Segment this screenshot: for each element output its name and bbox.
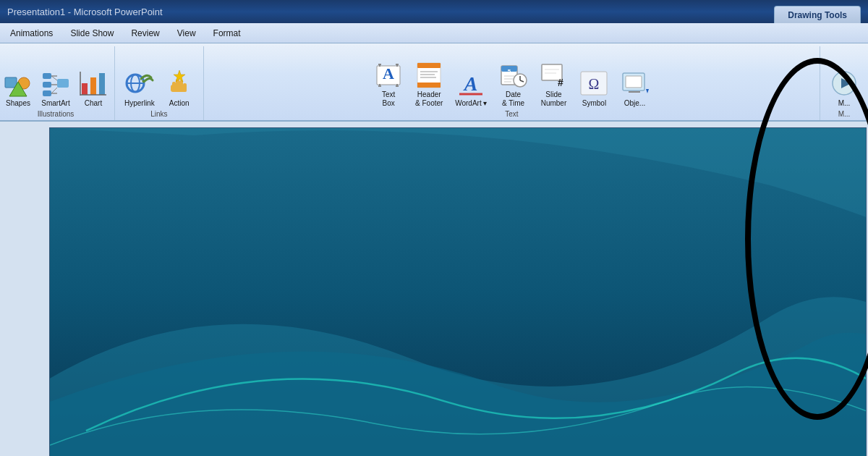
media-group: M... M... — [820, 46, 868, 120]
smartart-label: SmartArt — [41, 99, 69, 108]
media-label: M... — [838, 99, 851, 108]
symbol-button[interactable]: Ω Symbol — [576, 67, 612, 110]
svg-rect-25 — [171, 85, 187, 92]
media-group-label: M... — [838, 110, 851, 120]
svg-rect-39 — [417, 83, 441, 88]
object-label: Obje... — [624, 99, 645, 108]
svg-line-20 — [142, 80, 144, 82]
menu-bar: Animations Slide Show Review View Format — [0, 23, 868, 43]
hyperlink-button[interactable]: Hyperlink — [121, 67, 158, 110]
object-button[interactable]: Obje... — [616, 67, 652, 110]
symbol-label: Symbol — [582, 99, 606, 108]
datetime-button[interactable]: 5 Date& Time — [495, 58, 531, 110]
menu-view[interactable]: View — [169, 23, 205, 43]
svg-marker-26 — [174, 70, 185, 82]
svg-rect-9 — [57, 79, 69, 88]
wordart-label: WordArt ▾ — [455, 99, 487, 108]
svg-text:A: A — [463, 72, 478, 95]
drawing-tools-tab[interactable]: Drawing Tools — [774, 6, 861, 23]
svg-rect-38 — [417, 63, 441, 68]
wordart-button[interactable]: A WordArt ▾ — [451, 67, 490, 110]
svg-rect-13 — [90, 77, 96, 95]
textbox-button[interactable]: A TextBox — [370, 58, 407, 110]
shapes-label: Shapes — [6, 99, 30, 108]
svg-text:A: A — [383, 64, 394, 83]
svg-rect-12 — [82, 83, 88, 95]
media-button[interactable]: M... — [826, 67, 862, 110]
text-group: A TextBox — [204, 46, 820, 120]
slide-canvas — [49, 127, 867, 456]
datetime-label: Date& Time — [502, 90, 524, 108]
svg-text:Ω: Ω — [589, 76, 600, 92]
illustrations-group: Shapes SmartArt — [0, 46, 115, 120]
svg-rect-0 — [5, 77, 17, 88]
menu-slideshow[interactable]: Slide Show — [61, 23, 122, 43]
svg-marker-64 — [646, 89, 649, 93]
menu-animations[interactable]: Animations — [1, 23, 61, 43]
action-button[interactable]: Action — [161, 67, 197, 110]
ribbon: Shapes SmartArt — [0, 43, 868, 122]
svg-rect-5 — [43, 90, 51, 96]
chart-label: Chart — [85, 99, 102, 108]
svg-rect-61 — [626, 76, 642, 88]
svg-line-11 — [51, 88, 57, 93]
hyperlink-label: Hyperlink — [124, 99, 155, 108]
svg-line-10 — [51, 76, 57, 80]
title-bar: Presentation1 - Microsoft PowerPoint Dra… — [0, 0, 868, 23]
headerfooter-label: Header& Footer — [415, 90, 443, 108]
svg-text:#: # — [558, 77, 564, 88]
app-title: Presentation1 - Microsoft PowerPoint — [7, 7, 163, 17]
menu-format[interactable]: Format — [205, 23, 250, 43]
slidenumber-button[interactable]: # SlideNumber — [535, 58, 571, 110]
svg-rect-14 — [99, 73, 105, 95]
smartart-button[interactable]: SmartArt — [38, 67, 74, 110]
slidenumber-label: SlideNumber — [541, 90, 567, 108]
svg-text:5: 5 — [508, 68, 511, 75]
shapes-button[interactable]: Shapes — [0, 67, 36, 110]
illustrations-label: Illustrations — [0, 110, 111, 120]
text-group-label: Text — [505, 110, 518, 120]
chart-button[interactable]: Chart — [75, 67, 111, 110]
action-label: Action — [169, 99, 190, 108]
links-label: Links — [150, 110, 167, 120]
links-group: Hyperlink Action Links — [115, 46, 204, 120]
headerfooter-button[interactable]: Header& Footer — [411, 58, 447, 110]
textbox-label: TextBox — [382, 90, 395, 108]
slide-background — [50, 128, 866, 456]
menu-review[interactable]: Review — [122, 23, 168, 43]
svg-rect-3 — [43, 73, 51, 79]
svg-rect-4 — [43, 82, 51, 88]
